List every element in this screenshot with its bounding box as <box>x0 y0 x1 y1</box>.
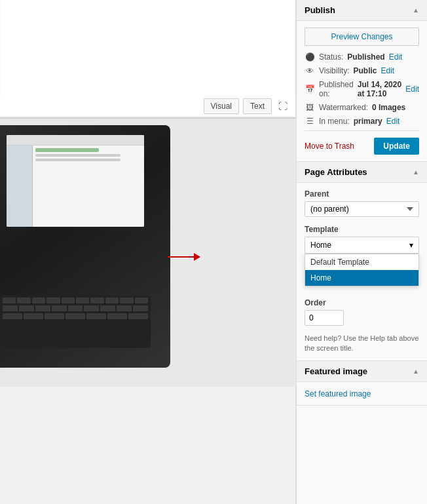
published-row: 📅 Published on: Jul 14, 2020 at 17:10 Ed… <box>305 80 419 98</box>
key <box>133 305 148 311</box>
parent-label: Parent <box>305 189 419 199</box>
set-featured-image-link[interactable]: Set featured image <box>305 389 371 398</box>
key <box>19 305 34 311</box>
publish-title: Publish <box>305 5 335 15</box>
key <box>105 298 119 303</box>
keyboard-row-3 <box>0 311 151 319</box>
parent-section: Parent (no parent) <box>305 189 419 217</box>
key <box>45 313 64 319</box>
visibility-edit-link[interactable]: Edit <box>381 66 394 75</box>
eye-icon: 👁 <box>305 66 315 75</box>
visibility-label: Visibility: <box>319 66 349 75</box>
key <box>128 313 148 319</box>
page-attributes-title: Page Attributes <box>305 167 367 177</box>
collapse-publish-icon[interactable]: ▲ <box>413 7 419 14</box>
expand-button[interactable]: ⛶ <box>276 100 290 113</box>
watermark-row: 🖼 Watermarked: 0 Images <box>305 103 419 112</box>
collapse-featured-icon[interactable]: ▲ <box>413 368 419 375</box>
screen-body <box>7 145 144 227</box>
key <box>32 298 45 303</box>
red-arrow <box>167 256 200 258</box>
key <box>35 305 50 311</box>
key <box>76 298 89 303</box>
pin-icon: ⚫ <box>305 52 315 62</box>
screen-content <box>7 135 144 227</box>
update-button[interactable]: Update <box>374 138 419 155</box>
visibility-value: Public <box>353 66 377 75</box>
watermark-label: Watermarked: <box>319 103 368 112</box>
image-icon: 🖼 <box>305 103 315 112</box>
page-attributes-header: Page Attributes ▲ <box>297 162 427 183</box>
visibility-row: 👁 Visibility: Public Edit <box>305 66 419 75</box>
screen-bar-1 <box>35 148 99 152</box>
chevron-down-icon: ▾ <box>409 241 413 250</box>
published-value: Jul 14, 2020 at 17:10 <box>358 80 402 98</box>
key <box>52 305 67 311</box>
key <box>90 298 103 303</box>
status-value: Published <box>347 52 384 62</box>
help-text: Need help? Use the Help tab above the sc… <box>305 334 419 354</box>
visual-tab[interactable]: Visual <box>204 98 239 114</box>
text-tab[interactable]: Text <box>243 98 272 114</box>
template-select-button[interactable]: Home ▾ <box>305 237 419 254</box>
move-to-trash-button[interactable]: Move to Trash <box>305 142 354 151</box>
status-edit-link[interactable]: Edit <box>389 52 403 62</box>
laptop-image <box>0 125 170 368</box>
published-label: Published on: <box>319 80 354 98</box>
menu-edit-link[interactable]: Edit <box>386 117 400 126</box>
sidebar-panel: Publish ▲ Preview Changes ⚫ Status: Publ… <box>296 0 427 504</box>
key <box>100 305 115 311</box>
preview-changes-button[interactable]: Preview Changes <box>305 28 419 46</box>
key <box>3 313 22 319</box>
template-selected-value: Home <box>310 241 331 250</box>
key <box>3 298 16 303</box>
page-attributes-body: Parent (no parent) Template Home ▾ Defau… <box>297 183 427 360</box>
template-section: Template Home ▾ Default Template Home <box>305 225 419 254</box>
status-label: Status: <box>319 52 343 62</box>
key <box>120 298 133 303</box>
template-option-default[interactable]: Default Template <box>305 254 418 270</box>
menu-icon: ☰ <box>305 117 315 126</box>
editor-image-area <box>0 118 296 387</box>
key <box>65 313 85 319</box>
editor-content-area[interactable] <box>1 0 295 96</box>
order-label: Order <box>305 298 419 307</box>
page-attributes-section: Page Attributes ▲ Parent (no parent) Tem… <box>297 162 427 361</box>
publish-header: Publish ▲ <box>297 0 427 21</box>
template-option-home[interactable]: Home <box>305 270 418 286</box>
template-dropdown-options: Default Template Home <box>305 254 419 286</box>
screen-bar-3 <box>35 159 121 161</box>
key <box>24 313 43 319</box>
editor-area: Visual Text ⛶ <box>0 0 296 504</box>
laptop-screen <box>7 135 144 227</box>
divider <box>305 130 419 131</box>
menu-label: In menu: <box>319 117 350 126</box>
menu-value: primary <box>354 117 382 126</box>
parent-select[interactable]: (no parent) <box>305 201 419 217</box>
status-row: ⚫ Status: Published Edit <box>305 52 419 62</box>
key <box>3 305 18 311</box>
screen-sidebar <box>7 145 33 227</box>
publish-section: Publish ▲ Preview Changes ⚫ Status: Publ… <box>297 0 427 162</box>
key <box>62 298 75 303</box>
order-input[interactable] <box>305 310 344 326</box>
screen-bar-2 <box>35 154 121 157</box>
calendar-icon: 📅 <box>305 85 315 94</box>
screen-top-bar <box>7 135 144 145</box>
featured-image-header: Featured image ▲ <box>297 361 427 382</box>
editor-toolbar: Visual Text ⛶ <box>0 96 295 117</box>
featured-image-title: Featured image <box>305 366 367 376</box>
watermark-value: 0 Images <box>372 103 405 112</box>
collapse-attrs-icon[interactable]: ▲ <box>413 168 419 176</box>
publish-body: Preview Changes ⚫ Status: Published Edit… <box>297 21 427 161</box>
key <box>68 305 83 311</box>
editor-top: Visual Text ⛶ <box>0 0 295 118</box>
order-section: Order <box>305 298 419 326</box>
featured-image-body: Set featured image <box>297 382 427 405</box>
published-edit-link[interactable]: Edit <box>405 85 419 94</box>
menu-row: ☰ In menu: primary Edit <box>305 117 419 126</box>
key <box>84 305 99 311</box>
key <box>135 298 148 303</box>
featured-image-section: Featured image ▲ Set featured image <box>297 361 427 406</box>
key <box>17 298 30 303</box>
